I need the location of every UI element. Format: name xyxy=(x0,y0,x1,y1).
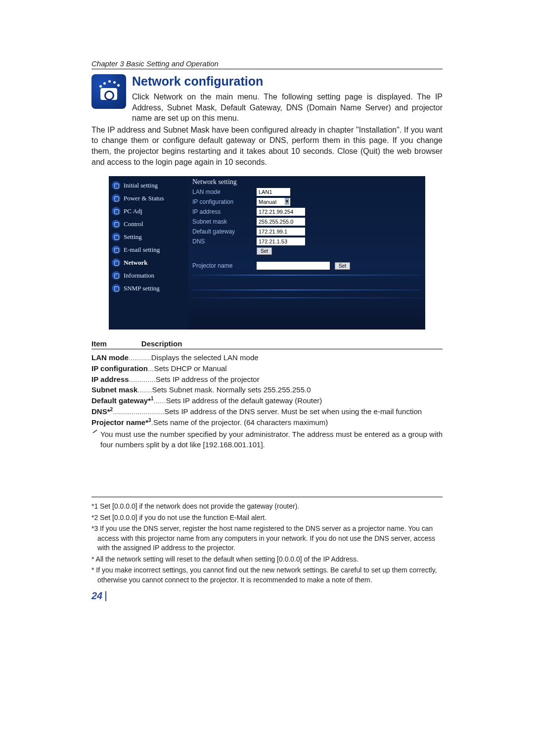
intro-paragraph-1: Click Network on the main menu. The foll… xyxy=(132,92,443,124)
def-row: IP address.............Sets IP address o… xyxy=(91,374,443,385)
sidebar-item-label: PC Adj xyxy=(124,207,142,215)
settings-screenshot: Initial setting Power & Status PC Adj Co… xyxy=(109,176,425,330)
def-row: Default gateway*1......Sets IP address o… xyxy=(91,395,443,406)
definitions-table: Item Description LAN mode...........Disp… xyxy=(91,339,443,450)
footnote: *3 If you use the DNS server, register t… xyxy=(91,524,443,553)
sidebar-item-label: Control xyxy=(124,220,143,228)
gateway-input[interactable]: 172.21.99.1 xyxy=(257,228,305,236)
sidebar: Initial setting Power & Status PC Adj Co… xyxy=(109,176,188,330)
sidebar-item-setting[interactable]: Setting xyxy=(109,231,188,243)
def-desc: Displays the selected LAN mode xyxy=(151,352,259,363)
sidebar-item-email[interactable]: E-mail setting xyxy=(109,243,188,256)
def-desc: Sets name of the projector. (64 characte… xyxy=(153,417,328,428)
ip-config-label: IP configuration xyxy=(192,198,252,205)
footnote: *2 Set [0.0.0.0] if you do not use the f… xyxy=(91,513,443,523)
def-desc: Sets Subnet mask. Normally sets 255.255.… xyxy=(152,384,311,395)
panel-divider xyxy=(192,297,421,298)
sidebar-item-label: Initial setting xyxy=(124,182,158,189)
sidebar-item-network[interactable]: Network xyxy=(109,256,188,269)
def-connector: ... xyxy=(148,363,154,374)
intro-paragraph-2: The IP address and Subnet Mask have been… xyxy=(91,125,443,167)
sidebar-item-pcadj[interactable]: PC Adj xyxy=(109,205,188,218)
section-title: Network configuration xyxy=(132,74,443,89)
def-connector: ......................... xyxy=(113,406,164,417)
def-connector: ........... xyxy=(129,352,151,363)
subnet-input[interactable]: 255.255.255.0 xyxy=(257,218,305,226)
gateway-label: Default gateway xyxy=(192,228,252,235)
panel-divider xyxy=(192,275,421,276)
footnotes: *1 Set [0.0.0.0] if the network does not… xyxy=(91,497,443,585)
def-desc: Sets IP address of the DNS server. Must … xyxy=(164,406,422,417)
dot-icon xyxy=(112,207,121,216)
def-row: Subnet mask.......Sets Subnet mask. Norm… xyxy=(91,384,443,395)
dot-icon xyxy=(112,233,121,241)
projector-name-label: Projector name xyxy=(192,262,252,269)
dot-icon xyxy=(112,194,121,203)
sidebar-item-information[interactable]: Information xyxy=(109,269,188,282)
sidebar-item-label: Setting xyxy=(124,233,142,241)
footnote: * All the network setting will reset to … xyxy=(91,555,443,565)
dot-icon xyxy=(112,258,121,267)
set-button[interactable]: Set xyxy=(257,247,272,255)
sidebar-item-label: Information xyxy=(124,272,154,280)
network-panel: Network setting LAN mode LAN1 IP configu… xyxy=(188,176,425,330)
projector-camera-icon xyxy=(91,74,126,109)
def-desc: Sets DHCP or Manual xyxy=(154,363,226,374)
def-term: IP configuration xyxy=(91,363,148,374)
def-row: LAN mode...........Displays the selected… xyxy=(91,352,443,363)
def-row: IP configuration...Sets DHCP or Manual xyxy=(91,363,443,374)
def-term: Projector name*3 xyxy=(91,417,151,428)
sidebar-item-label: Network xyxy=(124,259,147,267)
dot-icon xyxy=(112,271,121,280)
def-term: DNS*2 xyxy=(91,406,113,417)
def-row: Projector name*3.Sets name of the projec… xyxy=(91,417,443,428)
dot-icon xyxy=(112,181,121,190)
ip-address-label: IP address xyxy=(192,208,252,215)
projector-name-input[interactable] xyxy=(257,262,330,270)
def-term: Default gateway*1 xyxy=(91,395,154,406)
footnote: * If you make incorrect settings, you ca… xyxy=(91,566,443,585)
pencil-icon xyxy=(91,429,98,450)
page-number: 24 xyxy=(91,590,443,602)
subnet-label: Subnet mask xyxy=(192,218,252,225)
footnote: *1 Set [0.0.0.0] if the network does not… xyxy=(91,502,443,512)
def-connector: ............. xyxy=(129,374,156,385)
def-desc: Sets IP address of the projector xyxy=(156,374,260,385)
dns-label: DNS xyxy=(192,238,252,245)
sidebar-item-control[interactable]: Control xyxy=(109,218,188,231)
def-connector: ...... xyxy=(154,395,166,406)
dns-input[interactable]: 172.21.1.53 xyxy=(257,237,305,245)
panel-heading: Network setting xyxy=(192,178,421,186)
ip-address-input[interactable]: 172.21.99.254 xyxy=(257,208,305,216)
def-row: DNS*2.........................Sets IP ad… xyxy=(91,406,443,417)
sidebar-item-power[interactable]: Power & Status xyxy=(109,192,188,205)
lan-mode-label: LAN mode xyxy=(192,189,252,195)
sidebar-item-initial[interactable]: Initial setting xyxy=(109,179,188,192)
dot-icon xyxy=(112,220,121,229)
def-desc: Sets IP address of the default gateway (… xyxy=(166,395,322,406)
note-text: You must use the number specified by you… xyxy=(100,429,443,450)
defs-header-item: Item xyxy=(91,339,107,348)
def-connector: ....... xyxy=(137,384,152,395)
def-term: Subnet mask xyxy=(91,384,137,395)
lan-mode-value: LAN1 xyxy=(257,188,290,196)
dot-icon xyxy=(112,284,121,293)
def-term: IP address xyxy=(91,374,129,385)
sidebar-item-snmp[interactable]: SNMP setting xyxy=(109,282,188,295)
dot-icon xyxy=(112,245,121,254)
chapter-heading: Chapter 3 Basic Setting and Operation xyxy=(91,59,443,69)
panel-divider xyxy=(192,289,421,290)
def-term: LAN mode xyxy=(91,352,129,363)
sidebar-item-label: Power & Status xyxy=(124,194,164,202)
sidebar-item-label: SNMP setting xyxy=(124,284,160,292)
set-button-2[interactable]: Set xyxy=(335,262,350,270)
sidebar-item-label: E-mail setting xyxy=(124,246,160,254)
ip-config-select[interactable]: Manual xyxy=(257,198,290,206)
defs-header-desc: Description xyxy=(141,339,182,348)
